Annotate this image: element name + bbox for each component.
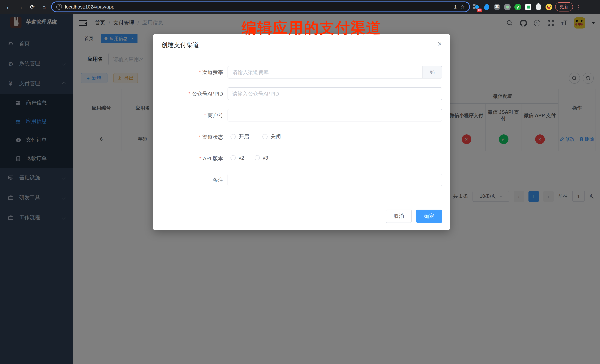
radio-circle-icon xyxy=(262,134,268,139)
puzzle-extension-icon[interactable] xyxy=(534,2,543,11)
api-radio-v3[interactable]: v3 xyxy=(255,155,268,161)
command-extension-icon[interactable]: ⌘ xyxy=(493,2,501,11)
url-text[interactable]: localhost:1024/pay/app xyxy=(65,4,450,10)
appid-input[interactable] xyxy=(227,87,442,100)
radio-circle-icon xyxy=(231,155,236,160)
browser-chrome: ← → ⟳ ⌂ i localhost:1024/pay/app ↥ ☆ 10 … xyxy=(0,0,600,14)
browser-forward-button[interactable]: → xyxy=(16,2,25,12)
y-extension-icon[interactable]: y xyxy=(514,2,522,11)
browser-reload-button[interactable]: ⟳ xyxy=(28,2,37,12)
url-host: localhost xyxy=(65,4,84,10)
dot-glyph xyxy=(504,3,511,10)
rate-suffix: % xyxy=(423,66,442,79)
dialog-footer: 取消 确定 xyxy=(386,209,442,223)
bookmark-star-icon[interactable]: ☆ xyxy=(460,4,465,10)
browser-menu-icon[interactable]: ⋮ xyxy=(575,3,582,10)
radio-label: v2 xyxy=(239,155,244,161)
emoji-face-shape xyxy=(545,3,552,10)
status-radio-open[interactable]: 开启 xyxy=(231,133,249,140)
form-row-appid: *公众号APPID xyxy=(153,87,450,100)
merchant-input[interactable] xyxy=(227,109,442,121)
balloon-shape xyxy=(484,4,489,10)
status-label: *渠道状态 xyxy=(153,133,223,141)
browser-update-button[interactable]: 更新 xyxy=(555,2,573,11)
chat-shape xyxy=(525,4,531,10)
puzzle-shape xyxy=(536,4,541,9)
remark-input[interactable] xyxy=(227,174,442,186)
required-mark: * xyxy=(204,112,206,118)
radio-circle-icon xyxy=(231,134,236,139)
page: 芋道管理系统 首页 ⚙ 系统管理 ¥ 支付管理 xyxy=(0,14,600,364)
dialog-close-icon[interactable]: × xyxy=(438,40,442,48)
required-mark: * xyxy=(199,134,201,140)
label-text: API 版本 xyxy=(203,155,223,162)
radio-circle-icon xyxy=(255,155,260,160)
form-row-status: *渠道状态 开启 关闭 xyxy=(153,133,450,141)
confirm-button[interactable]: 确定 xyxy=(416,209,442,223)
status-radio-closed[interactable]: 关闭 xyxy=(262,133,281,140)
command-glyph: ⌘ xyxy=(494,3,500,10)
form-row-rate: *渠道费率 % xyxy=(153,66,450,79)
radio-label: 开启 xyxy=(239,133,249,140)
appid-label: *公众号APPID xyxy=(153,87,223,100)
required-mark: * xyxy=(188,91,190,97)
share-icon[interactable]: ↥ xyxy=(453,4,458,10)
required-mark: * xyxy=(199,155,201,162)
extension-badge-count: 10 xyxy=(477,8,482,12)
form-row-merchant: *商户号 xyxy=(153,109,450,121)
emoji-extension-icon[interactable] xyxy=(545,2,553,11)
required-mark: * xyxy=(199,69,201,75)
label-text: 渠道状态 xyxy=(202,134,223,140)
screen: ← → ⟳ ⌂ i localhost:1024/pay/app ↥ ☆ 10 … xyxy=(0,0,600,364)
address-bar[interactable]: i localhost:1024/pay/app ↥ ☆ xyxy=(51,1,470,12)
chat-extension-icon[interactable] xyxy=(524,2,532,11)
y-glyph: y xyxy=(514,3,521,10)
browser-back-button[interactable]: ← xyxy=(4,2,13,12)
merchant-label: *商户号 xyxy=(153,109,223,121)
radio-label: v3 xyxy=(263,155,268,161)
api-radio-v2[interactable]: v2 xyxy=(231,155,244,161)
label-text: 商户号 xyxy=(207,112,223,118)
label-text: 公众号APPID xyxy=(192,91,223,97)
dot-extension-icon[interactable] xyxy=(503,2,511,11)
create-pay-channel-dialog: 创建支付渠道 × *渠道费率 % *公众号APPID *商户号 xyxy=(153,34,450,230)
balloon-extension-icon[interactable] xyxy=(483,2,491,11)
remark-label: 备注 xyxy=(153,174,223,186)
dialog-title: 创建支付渠道 xyxy=(161,41,199,49)
site-info-icon[interactable]: i xyxy=(56,4,62,10)
api-version-label: *API 版本 xyxy=(153,155,223,162)
annotation-text: 编辑应用的支付渠道 xyxy=(242,18,382,38)
cancel-button[interactable]: 取消 xyxy=(386,209,412,223)
url-path: :1024/pay/app xyxy=(84,4,114,10)
rate-input[interactable] xyxy=(227,66,423,79)
radio-label: 关闭 xyxy=(271,133,281,140)
form-row-remark: 备注 xyxy=(153,174,450,186)
extension-badge-icon[interactable]: 10 xyxy=(472,2,480,11)
form-row-api-version: *API 版本 v2 v3 xyxy=(153,155,450,162)
rate-label: *渠道费率 xyxy=(153,66,223,79)
browser-home-button[interactable]: ⌂ xyxy=(39,2,49,12)
label-text: 渠道费率 xyxy=(202,69,223,75)
label-text: 备注 xyxy=(213,177,223,183)
